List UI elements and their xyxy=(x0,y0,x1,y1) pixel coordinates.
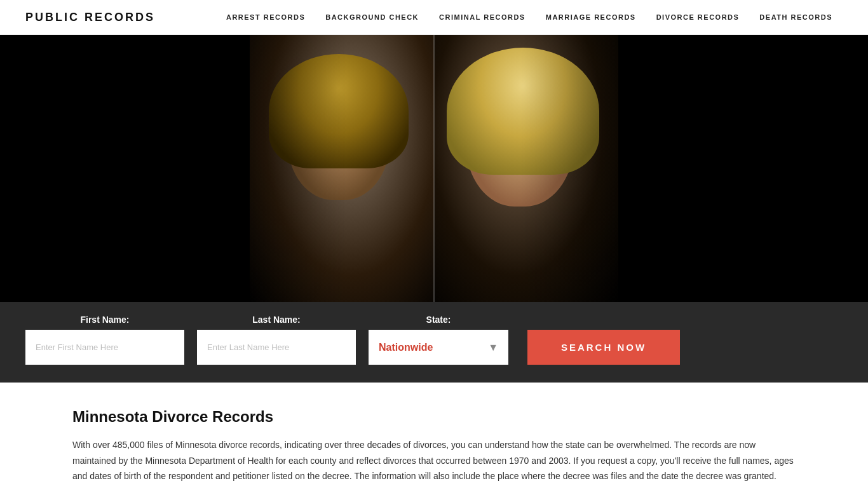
nav-link-criminal-records[interactable]: CRIMINAL RECORDS xyxy=(429,13,536,21)
hero-section xyxy=(0,35,868,302)
hero-divider xyxy=(433,35,435,302)
search-bar: First Name: Last Name: State: Nationwide… xyxy=(0,302,868,383)
first-name-field: First Name: xyxy=(25,315,184,365)
search-now-button[interactable]: SEARCH NOW xyxy=(527,330,680,365)
nav-link-arrest-records[interactable]: ARREST RECORDS xyxy=(216,13,315,21)
state-select-wrapper: NationwideAlabamaAlaskaArizonaArkansasCa… xyxy=(369,330,508,365)
site-header: PUBLIC RECORDS ARREST RECORDSBACKGROUND … xyxy=(0,0,868,35)
content-section: Minnesota Divorce Records With over 485,… xyxy=(0,383,868,488)
first-name-input[interactable] xyxy=(25,330,184,365)
first-name-label: First Name: xyxy=(25,315,184,325)
content-heading: Minnesota Divorce Records xyxy=(72,408,796,426)
state-select[interactable]: NationwideAlabamaAlaskaArizonaArkansasCa… xyxy=(369,330,508,365)
last-name-field: Last Name: xyxy=(197,315,356,365)
hero-overlay-left xyxy=(0,35,347,302)
main-nav: ARREST RECORDSBACKGROUND CHECKCRIMINAL R… xyxy=(216,13,843,21)
last-name-input[interactable] xyxy=(197,330,356,365)
state-label: State: xyxy=(369,315,508,325)
nav-link-divorce-records[interactable]: DIVORCE RECORDS xyxy=(646,13,750,21)
content-paragraph: With over 485,000 files of Minnesota div… xyxy=(72,437,796,488)
hero-overlay-right xyxy=(521,35,868,302)
site-logo[interactable]: PUBLIC RECORDS xyxy=(25,11,155,24)
last-name-label: Last Name: xyxy=(197,315,356,325)
state-field: State: NationwideAlabamaAlaskaArizonaArk… xyxy=(369,315,508,365)
nav-link-marriage-records[interactable]: MARRIAGE RECORDS xyxy=(536,13,646,21)
nav-link-background-check[interactable]: BACKGROUND CHECK xyxy=(315,13,429,21)
nav-link-death-records[interactable]: DEATH RECORDS xyxy=(749,13,843,21)
